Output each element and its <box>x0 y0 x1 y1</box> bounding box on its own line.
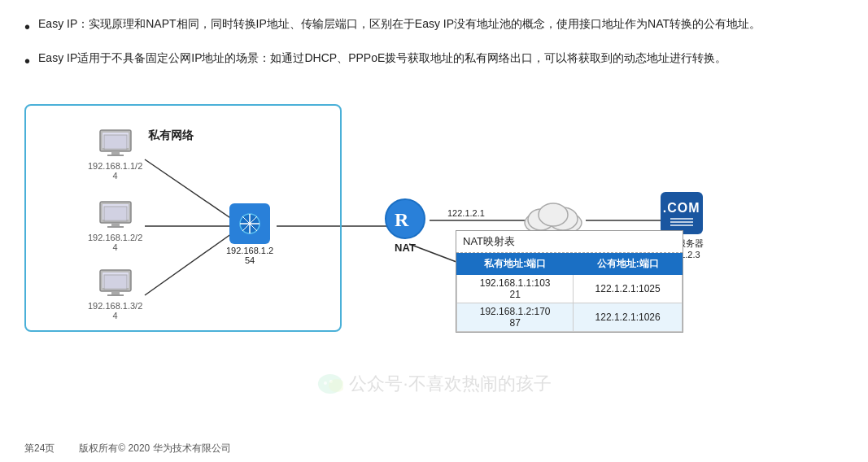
svg-rect-10 <box>107 155 124 156</box>
nat-col-public: 公有地址:端口 <box>574 254 683 275</box>
switch-svg <box>229 203 270 244</box>
nat-label: NAT <box>395 242 416 254</box>
com-line-3 <box>670 224 693 226</box>
svg-point-33 <box>539 203 568 226</box>
switch-icon: 192.168.1.2 54 <box>226 203 273 265</box>
pc1-label: 192.168.1.1/2 4 <box>88 161 142 181</box>
nat-table-row-2: 192.168.1.2:170 87 122.1.2.1:1026 <box>457 303 683 332</box>
nat-row2-public: 122.1.2.1:1026 <box>574 303 683 332</box>
nat-table-row-1: 192.168.1.1:103 21 122.1.2.1:1025 <box>457 275 683 303</box>
pc3-icon: 192.168.1.3/2 4 <box>88 268 142 320</box>
bullet-dot-2: • <box>24 47 30 75</box>
bullet-item-2: • Easy IP适用于不具备固定公网IP地址的场景：如通过DHCP、PPPoE… <box>24 49 844 75</box>
nat-table-container: NAT映射表 私有地址:端口 公有地址:端口 192.168.1.1:103 2… <box>456 230 683 333</box>
svg-rect-20 <box>107 294 124 296</box>
com-lines <box>670 218 693 226</box>
pc3-monitor-svg <box>98 268 133 299</box>
svg-text:R: R <box>395 209 409 230</box>
com-text: .COM <box>663 201 700 216</box>
com-line-1 <box>670 218 693 220</box>
nat-row1-private: 192.168.1.1:103 21 <box>457 275 574 303</box>
svg-point-35 <box>323 381 326 385</box>
ip-nat-internet-label: 122.1.2.1 <box>447 208 485 218</box>
bullet-section: • Easy IP：实现原理和NAPT相同，同时转换IP地址、传输层端口，区别在… <box>24 15 844 75</box>
com-badge: .COM <box>661 192 703 234</box>
pc2-icon: 192.168.1.2/2 4 <box>88 200 142 252</box>
svg-rect-21 <box>104 275 127 290</box>
pc3-label: 192.168.1.3/2 4 <box>88 301 142 320</box>
bullet-dot-1: • <box>24 13 30 41</box>
nat-table-header-row: 私有地址:端口 公有地址:端口 <box>457 254 683 275</box>
pc1-icon: 192.168.1.1/2 4 <box>88 129 142 181</box>
svg-point-37 <box>328 379 342 392</box>
svg-rect-9 <box>111 151 120 155</box>
nat-row2-private: 192.168.1.2:170 87 <box>457 303 574 332</box>
page-number: 第24页 <box>24 442 55 455</box>
switch-label: 192.168.1.2 54 <box>226 246 273 265</box>
svg-rect-19 <box>111 291 120 294</box>
copyright: 版权所有© 2020 华为技术有限公司 <box>79 442 230 455</box>
pc2-monitor-svg <box>98 200 133 231</box>
svg-point-34 <box>317 374 342 394</box>
network-diagram: 私有网络 192.168.1.1/2 4 192.168. <box>24 88 822 364</box>
svg-rect-14 <box>111 223 120 226</box>
nat-col-private: 私有地址:端口 <box>457 254 574 275</box>
pc1-monitor-svg <box>98 129 133 159</box>
bullet-text-2: Easy IP适用于不具备固定公网IP地址的场景：如通过DHCP、PPPoE拨号… <box>38 49 726 68</box>
private-network-label: 私有网络 <box>148 129 194 143</box>
nat-router-icon: R NAT <box>384 198 426 254</box>
svg-point-36 <box>329 380 332 383</box>
nat-mapping-table: 私有地址:端口 公有地址:端口 192.168.1.1:103 21 122.1… <box>456 253 683 332</box>
nat-table-title: NAT映射表 <box>456 231 683 253</box>
watermark-text: 公众号·不喜欢热闹的孩子 <box>349 372 551 396</box>
svg-rect-11 <box>104 135 127 150</box>
com-line-2 <box>670 221 693 223</box>
nat-router-svg: R <box>384 198 426 240</box>
bullet-text-1: Easy IP：实现原理和NAPT相同，同时转换IP地址、传输层端口，区别在于E… <box>38 15 761 34</box>
bullet-item-1: • Easy IP：实现原理和NAPT相同，同时转换IP地址、传输层端口，区别在… <box>24 15 844 41</box>
nat-row1-public: 122.1.2.1:1025 <box>574 275 683 303</box>
svg-rect-16 <box>104 207 127 221</box>
svg-rect-15 <box>107 226 124 228</box>
wechat-watermark-icon <box>316 371 342 397</box>
pc2-label: 192.168.1.2/2 4 <box>88 233 142 252</box>
watermark: 公众号·不喜欢热闹的孩子 <box>316 371 551 397</box>
page-footer: 第24页 版权所有© 2020 华为技术有限公司 <box>24 442 231 455</box>
private-network-box: 私有网络 <box>24 104 342 332</box>
page-container: • Easy IP：实现原理和NAPT相同，同时转换IP地址、传输层端口，区别在… <box>0 0 868 462</box>
